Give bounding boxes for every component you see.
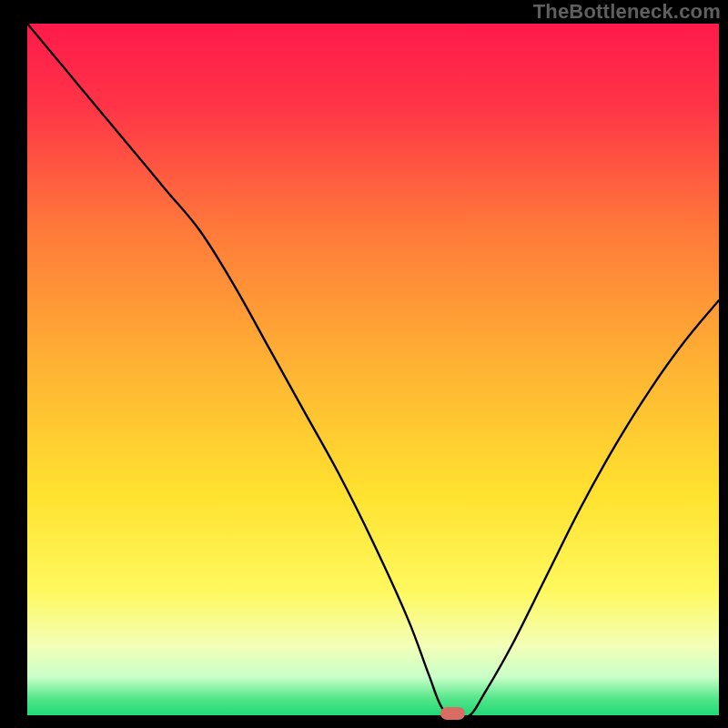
optimal-point-marker bbox=[440, 707, 465, 720]
chart-frame: TheBottleneck.com bbox=[0, 0, 728, 728]
plot-area bbox=[27, 24, 719, 715]
bottleneck-curve bbox=[27, 24, 719, 715]
watermark-text: TheBottleneck.com bbox=[533, 0, 721, 24]
